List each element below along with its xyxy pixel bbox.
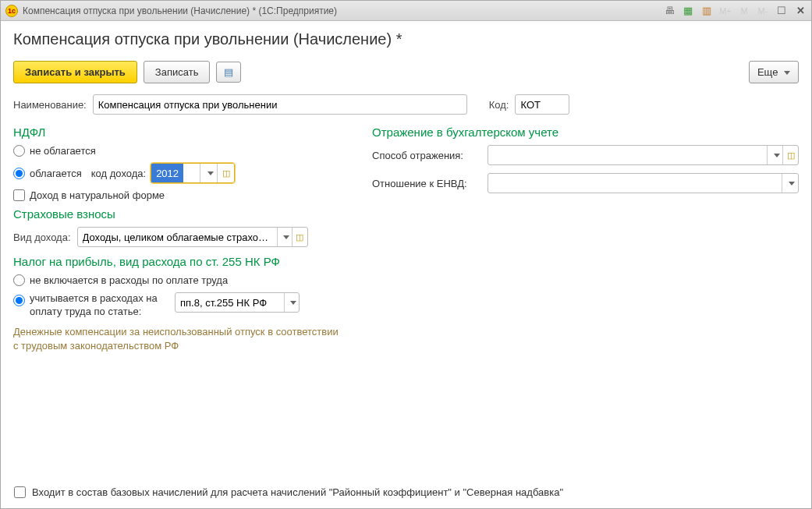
income-code-combo[interactable]: 2012 ◫ [151, 163, 235, 183]
calendar-icon[interactable]: ▥ [700, 5, 713, 17]
toolbar: Записать и закрыть Записать ▤ Еще [13, 61, 799, 83]
envd-dropdown-button[interactable] [782, 174, 798, 193]
income-type-open-button[interactable]: ◫ [292, 228, 307, 246]
chevron-down-icon [283, 235, 289, 239]
more-label: Еще [757, 66, 778, 78]
calculator-icon[interactable]: ▦ [682, 5, 694, 17]
income-code-input[interactable] [183, 164, 200, 182]
titlebar: 1c Компенсация отпуска при увольнении (Н… [1, 1, 811, 21]
titlebar-tools: 🖶 ▦ ▥ M+ M M- ☐ ✕ [663, 5, 807, 17]
profit-included-label: учитывается в расходах на оплату труда п… [30, 292, 170, 319]
base-includes-label: Входит в состав базовых начислений для р… [32, 486, 563, 498]
envd-input[interactable] [488, 174, 782, 193]
profit-article-dropdown-button[interactable] [284, 293, 299, 312]
profit-included-radio[interactable] [13, 295, 25, 306]
natural-income-checkbox[interactable] [13, 189, 25, 201]
chevron-down-icon [784, 71, 790, 75]
ndfl-title: НДФЛ [13, 125, 341, 139]
window-title: Компенсация отпуска при увольнении (Начи… [23, 5, 337, 16]
profit-not-included-radio[interactable] [13, 274, 25, 286]
content-area: Компенсация отпуска при увольнении (Начи… [1, 21, 811, 362]
profit-included-row: учитывается в расходах на оплату труда п… [13, 292, 341, 319]
envd-row: Отношение к ЕНВД: [372, 173, 799, 193]
profit-hint: Денежные компенсации за неиспользованный… [13, 325, 341, 353]
name-input[interactable] [93, 94, 467, 115]
two-col-layout: НДФЛ не облагается облагается код дохода… [13, 122, 799, 353]
income-code-dropdown-button[interactable] [200, 164, 217, 182]
app-logo-icon: 1c [5, 5, 18, 17]
income-code-label: код дохода: [91, 168, 146, 179]
ndfl-taxed-row: облагается код дохода: 2012 ◫ [13, 163, 341, 183]
method-dropdown-button[interactable] [767, 146, 782, 164]
more-button[interactable]: Еще [749, 61, 799, 83]
profit-not-included-row: не включается в расходы по оплате труда [13, 274, 341, 286]
income-type-input[interactable] [78, 228, 278, 246]
m-minus-icon[interactable]: M- [757, 5, 769, 17]
income-code-value: 2012 [151, 164, 183, 182]
method-open-button[interactable]: ◫ [782, 146, 798, 164]
ndfl-not-taxed-label: не облагается [30, 145, 96, 157]
code-label: Код: [489, 99, 509, 111]
left-column: НДФЛ не облагается облагается код дохода… [13, 122, 341, 353]
name-label: Наименование: [13, 99, 87, 111]
ndfl-taxed-radio[interactable] [13, 168, 25, 179]
profit-tax-title: Налог на прибыль, вид расхода по ст. 255… [13, 255, 341, 268]
ndfl-not-taxed-radio[interactable] [13, 145, 25, 157]
income-type-dropdown-button[interactable] [277, 228, 292, 246]
method-combo[interactable]: ◫ [488, 145, 799, 165]
profit-article-combo[interactable] [175, 292, 300, 313]
ndfl-taxed-label: облагается [30, 168, 82, 179]
save-close-button[interactable]: Записать и закрыть [13, 61, 137, 83]
print-icon[interactable]: 🖶 [663, 5, 675, 17]
page-title: Компенсация отпуска при увольнении (Начи… [13, 30, 799, 48]
chevron-down-icon [789, 182, 795, 186]
envd-combo[interactable] [488, 173, 799, 193]
income-type-combo[interactable]: ◫ [77, 227, 308, 247]
base-includes-checkbox[interactable] [14, 486, 26, 498]
settings-button[interactable]: ▤ [216, 62, 241, 83]
name-row: Наименование: Код: [13, 94, 799, 115]
insurance-title: Страховые взносы [13, 207, 341, 221]
right-column: Отражение в бухгалтерском учете Способ о… [372, 122, 799, 353]
bottom-check-row: Входит в состав базовых начислений для р… [14, 486, 563, 498]
envd-label: Отношение к ЕНВД: [372, 178, 481, 189]
natural-income-row: Доход в натуральной форме [13, 189, 341, 201]
maximize-icon[interactable]: ☐ [775, 5, 788, 17]
close-icon[interactable]: ✕ [794, 5, 807, 17]
method-input[interactable] [488, 146, 767, 164]
natural-income-label: Доход в натуральной форме [30, 189, 165, 201]
method-row: Способ отражения: ◫ [372, 145, 799, 165]
chevron-down-icon [774, 154, 780, 157]
profit-not-included-label: не включается в расходы по оплате труда [30, 274, 228, 286]
m-icon[interactable]: M [738, 5, 750, 17]
code-input[interactable] [515, 94, 569, 115]
income-type-label: Вид дохода: [13, 232, 71, 243]
insurance-row: Вид дохода: ◫ [13, 227, 341, 247]
chevron-down-icon [290, 301, 296, 305]
accounting-title: Отражение в бухгалтерском учете [372, 125, 799, 139]
chevron-down-icon [207, 171, 214, 175]
save-button[interactable]: Записать [144, 61, 211, 83]
ndfl-not-taxed-row: не облагается [13, 145, 341, 157]
method-label: Способ отражения: [372, 150, 481, 161]
income-code-open-button[interactable]: ◫ [217, 164, 234, 182]
profit-article-input[interactable] [176, 293, 284, 312]
list-icon: ▤ [224, 66, 233, 78]
m-plus-icon[interactable]: M+ [719, 5, 732, 17]
